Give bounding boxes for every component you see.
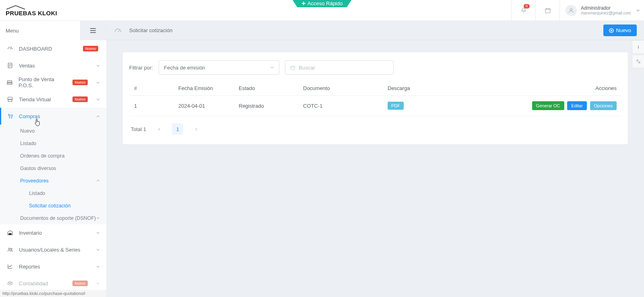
sidebar-item-contabilidad[interactable]: Contabilidad Nuevo (0, 275, 106, 292)
sidebar-toggle[interactable] (80, 21, 106, 40)
new-badge: Nuevo (72, 80, 88, 85)
sub-listado[interactable]: Listado (0, 137, 106, 150)
new-button[interactable]: Nuevo (603, 25, 637, 36)
sidebar-item-tienda[interactable]: Tienda Virtual Nuevo (0, 91, 106, 108)
chevron-down-icon (96, 64, 100, 68)
sidebar: Menu DASHBOARD Nuevo Ventas Punto de Ven… (0, 21, 107, 297)
notifications-button[interactable]: 0 (511, 0, 535, 20)
user-avatar-icon (566, 5, 577, 16)
sub-proveedores[interactable]: Proveedores (0, 174, 106, 187)
sidebar-item-pos[interactable]: Punto de Venta P.O.S. Nuevo (0, 74, 106, 91)
pager-prev[interactable] (153, 123, 165, 135)
svg-point-14 (638, 62, 640, 63)
sub-dsnof[interactable]: Documentos de soporte (DSNOF) (0, 212, 106, 224)
sidebar-item-reportes[interactable]: Reportes (0, 258, 106, 275)
logo[interactable]: PRUEBAS KLOKI (6, 5, 57, 16)
col-descarga: Descarga (383, 81, 479, 96)
page-title: Solicitar cotización (129, 27, 173, 33)
hamburger-icon (90, 28, 96, 33)
sidebar-item-label: Punto de Venta P.O.S. (19, 76, 67, 88)
sub-prov-solicitar[interactable]: Solicitar cotización (0, 199, 106, 212)
cell-doc: COTC-1 (298, 96, 383, 116)
svg-rect-5 (8, 100, 12, 102)
select-value: Fecha de emisión (164, 65, 205, 71)
calendar-button[interactable] (535, 0, 559, 20)
logo-text: PRUEBAS KLOKI (6, 10, 57, 16)
info-icon (636, 44, 641, 50)
svg-rect-15 (291, 66, 295, 70)
svg-point-13 (636, 60, 638, 61)
chevron-down-icon (96, 98, 100, 101)
edit-button[interactable]: Editar (567, 101, 587, 110)
settings-tool[interactable] (632, 55, 644, 68)
pager-next[interactable] (190, 123, 202, 135)
chart-icon (6, 263, 14, 270)
svg-rect-0 (545, 8, 550, 13)
gauge-icon (114, 27, 124, 34)
status-bar: http://pruebas.kloki.co/purchase-quotati… (0, 290, 106, 297)
cell-estado: Registrado (234, 96, 298, 116)
new-badge: Nuevo (72, 96, 88, 102)
pdf-download[interactable]: PDF (388, 102, 404, 110)
logo-roof-icon (6, 5, 26, 10)
svg-point-11 (638, 45, 639, 46)
user-name: Administrador (581, 5, 631, 11)
col-doc: Documento (298, 81, 383, 96)
sidebar-item-compras[interactable]: Compras (0, 108, 106, 125)
search-field[interactable] (285, 60, 394, 75)
sub-nuevo[interactable]: Nuevo (0, 125, 106, 137)
col-n: # (129, 81, 173, 96)
sidebar-item-ventas[interactable]: Ventas (0, 57, 106, 74)
generate-oc-button[interactable]: Generar OC (532, 101, 564, 110)
quick-access-tab[interactable]: Acceso Rápido (293, 0, 351, 7)
chevron-up-icon (96, 179, 100, 182)
sidebar-item-label: Usuarios/Locales & Series (19, 247, 80, 253)
search-input[interactable] (299, 65, 388, 71)
breadcrumb-bar: Solicitar cotización Nuevo (107, 21, 644, 40)
document-icon (6, 62, 14, 69)
topbar: PRUEBAS KLOKI Acceso Rápido 0 Administra… (0, 0, 644, 21)
svg-rect-3 (8, 81, 12, 82)
chevron-down-icon (96, 81, 100, 84)
user-menu[interactable]: Administrador marxmarquinez@gmail.com (559, 0, 644, 20)
notif-count-badge: 0 (524, 4, 530, 8)
sidebar-item-label: DASHBOARD (19, 46, 52, 52)
col-fecha: Fecha Emisión (173, 81, 234, 96)
table-row: 1 2024-04-01 Registrado COTC-1 PDF Gener… (129, 96, 621, 116)
svg-rect-4 (7, 83, 12, 84)
new-badge: Nuevo (83, 46, 98, 51)
filter-label: Filtrar por: (129, 65, 153, 71)
cart-icon (6, 113, 14, 119)
sidebar-item-label: Inventario (19, 230, 42, 236)
sidebar-item-dashboard[interactable]: DASHBOARD Nuevo (0, 40, 106, 57)
sidebar-item-usuarios[interactable]: Usuarios/Locales & Series (0, 241, 106, 258)
data-panel: Filtrar por: Fecha de emisión # Fecha Em… (123, 52, 628, 144)
chevron-down-icon (270, 66, 274, 70)
sidebar-item-label: Contabilidad (19, 281, 48, 287)
sidebar-item-label: Ventas (19, 63, 35, 69)
col-acciones: Acciones (479, 81, 621, 96)
sub-ordenes[interactable]: Ordenes de compra (0, 150, 106, 162)
chevron-down-icon (96, 216, 100, 220)
sidebar-item-label: Reportes (19, 264, 40, 270)
filter-date-select[interactable]: Fecha de emisión (159, 60, 279, 75)
sub-gastos[interactable]: Gastos diversos (0, 162, 106, 174)
sidebar-item-inventario[interactable]: Inventario (0, 224, 106, 241)
compras-submenu: Nuevo Listado Ordenes de compra Gastos d… (0, 125, 106, 224)
warehouse-icon (6, 229, 14, 236)
info-tool[interactable] (632, 40, 644, 54)
scale-icon (6, 280, 14, 287)
quotations-table: # Fecha Emisión Estado Documento Descarg… (129, 81, 621, 116)
sidebar-title: Menu (0, 28, 19, 34)
cell-fecha: 2024-04-01 (173, 96, 234, 116)
pager-page-1[interactable]: 1 (172, 123, 183, 135)
gears-icon (636, 59, 641, 64)
main-content: Solicitar cotización Nuevo Filtrar por: … (107, 21, 644, 297)
svg-point-8 (8, 248, 10, 250)
svg-rect-12 (638, 47, 638, 49)
options-button[interactable]: Opciones (590, 101, 617, 110)
chevron-down-icon (96, 248, 100, 252)
sub-prov-listado[interactable]: Listado (0, 187, 106, 199)
calendar-icon (545, 7, 551, 14)
col-estado: Estado (234, 81, 298, 96)
